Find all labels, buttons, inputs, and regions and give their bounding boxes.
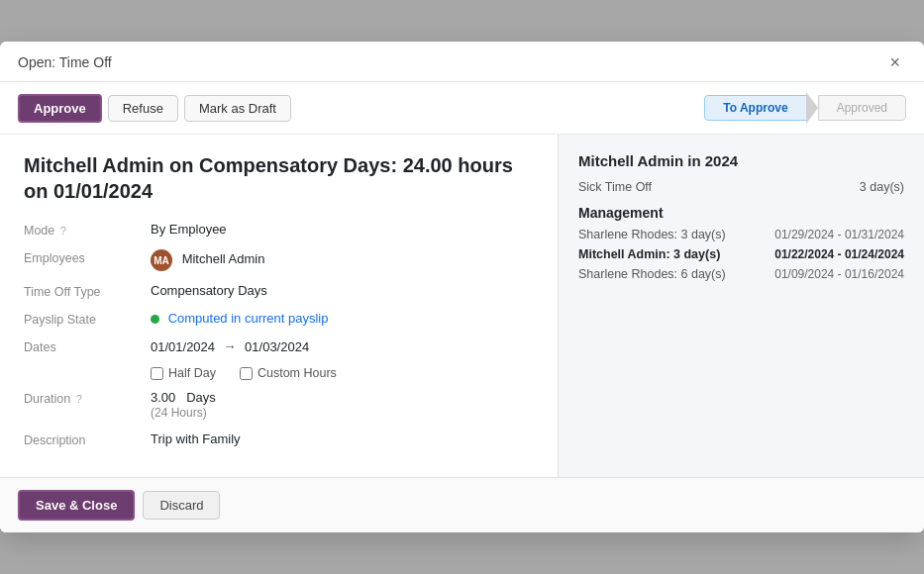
form-row-dates: Dates 01/01/2024 → 01/03/2024 (24, 338, 534, 354)
mode-help-icon[interactable]: ? (60, 225, 66, 237)
form-row-employees: Employees MA Mitchell Admin (24, 249, 534, 271)
form-row-description: Description Trip with Family (24, 431, 534, 447)
approve-button[interactable]: Approve (18, 94, 102, 123)
description-value: Trip with Family (151, 431, 534, 446)
discard-button[interactable]: Discard (143, 491, 220, 520)
payslip-state-label: Payslip State (24, 311, 143, 327)
arrow-right-icon: → (223, 338, 237, 354)
date-range: 01/01/2024 → 01/03/2024 (151, 338, 534, 354)
form-row-duration: Duration ? 3.00 Days (24 Hours) (24, 390, 534, 420)
left-panel: Mitchell Admin on Compensatory Days: 24.… (0, 135, 558, 477)
description-label: Description (24, 431, 143, 447)
date-from[interactable]: 01/01/2024 (151, 339, 215, 354)
mark-as-draft-button[interactable]: Mark as Draft (184, 95, 291, 122)
form-row-time-off-type: Time Off Type Compensatory Days (24, 283, 534, 299)
checkboxes-row: Half Day Custom Hours (151, 366, 534, 380)
custom-hours-checkbox-label[interactable]: Custom Hours (240, 366, 337, 380)
toolbar: Approve Refuse Mark as Draft To Approve … (0, 82, 924, 135)
form-row-payslip: Payslip State Computed in current paysli… (24, 311, 534, 327)
modal-title: Open: Time Off (18, 54, 112, 70)
modal-footer: Save & Close Discard (0, 477, 924, 532)
date-to[interactable]: 01/03/2024 (245, 339, 309, 354)
employees-label: Employees (24, 249, 143, 265)
half-day-checkbox[interactable] (151, 367, 163, 380)
modal-body: Mitchell Admin on Compensatory Days: 24.… (0, 135, 924, 477)
save-close-button[interactable]: Save & Close (18, 490, 135, 521)
pipeline-step-to-approve[interactable]: To Approve (704, 95, 806, 121)
avatar: MA (151, 249, 172, 271)
record-title: Mitchell Admin on Compensatory Days: 24.… (24, 152, 534, 204)
dates-value: 01/01/2024 → 01/03/2024 (151, 338, 534, 354)
duration-value: 3.00 Days (24 Hours) (151, 390, 534, 420)
rp-entry-1: Mitchell Admin: 3 day(s) 01/22/2024 - 01… (578, 244, 904, 264)
custom-hours-checkbox[interactable] (240, 367, 253, 380)
payslip-link[interactable]: Computed in current payslip (168, 311, 329, 326)
refuse-button[interactable]: Refuse (108, 95, 178, 122)
payslip-dot-icon (151, 315, 159, 324)
toolbar-actions: Approve Refuse Mark as Draft (18, 94, 291, 123)
right-panel: Mitchell Admin in 2024 Sick Time Off 3 d… (558, 135, 924, 477)
rp-entry-0: Sharlene Rhodes: 3 day(s) 01/29/2024 - 0… (578, 225, 904, 244)
duration-help-icon[interactable]: ? (76, 393, 82, 405)
rp-section-title: Management (578, 205, 904, 221)
close-button[interactable]: × (883, 51, 906, 73)
rp-sick-time-off: Sick Time Off 3 day(s) (578, 177, 904, 197)
rp-entry-2: Sharlene Rhodes: 6 day(s) 01/09/2024 - 0… (578, 264, 904, 284)
half-day-checkbox-label[interactable]: Half Day (151, 366, 216, 380)
rp-entries: Sharlene Rhodes: 3 day(s) 01/29/2024 - 0… (578, 225, 904, 284)
rp-title: Mitchell Admin in 2024 (578, 152, 904, 169)
time-off-modal: Open: Time Off × Approve Refuse Mark as … (0, 42, 924, 532)
status-pipeline: To Approve Approved (704, 92, 906, 124)
modal-header: Open: Time Off × (0, 42, 924, 82)
pipeline-step-approved[interactable]: Approved (818, 95, 906, 121)
form-row-mode: Mode ? By Employee (24, 222, 534, 238)
time-off-type-label: Time Off Type (24, 283, 143, 299)
pipeline-arrow (806, 92, 818, 124)
dates-label: Dates (24, 338, 143, 354)
mode-label: Mode ? (24, 222, 143, 238)
employees-value: MA Mitchell Admin (151, 249, 534, 271)
time-off-type-value: Compensatory Days (151, 283, 534, 298)
duration-sub: (24 Hours) (151, 406, 207, 420)
payslip-state-value: Computed in current payslip (151, 311, 534, 326)
duration-label: Duration ? (24, 390, 143, 406)
mode-value: By Employee (151, 222, 534, 237)
